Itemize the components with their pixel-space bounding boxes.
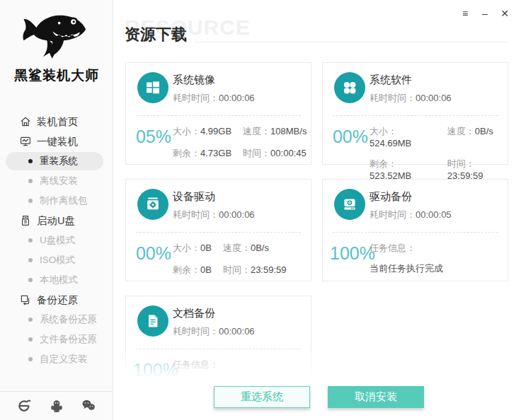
usb-icon — [20, 215, 31, 226]
app-window: 黑鲨装机大师 装机首页 一键装机 — [0, 0, 521, 420]
sidebar-item-boot-usb[interactable]: 启动U盘 — [0, 211, 113, 231]
task-info: 任务信息： 当前任务执行完成 — [370, 242, 443, 275]
card-device-driver: 设备驱动 耗时时间：00:00:06 00% 大小：0B 速度：0B/s 剩余：… — [125, 179, 311, 281]
sidebar-item-label: 系统备份还原 — [40, 313, 97, 326]
progress-percent: 00% — [330, 127, 371, 147]
cancel-install-button[interactable]: 取消安装 — [328, 386, 424, 408]
reselect-system-button[interactable]: 重选系统 — [214, 386, 310, 408]
driver-icon — [137, 189, 168, 220]
minimize-icon[interactable]: – — [479, 7, 491, 20]
bullet-icon — [28, 179, 33, 183]
menu-icon[interactable]: ≡ — [459, 7, 471, 20]
app-logo: 黑鲨装机大师 — [0, 6, 113, 85]
sidebar-item-label: 文件备份还原 — [40, 333, 97, 346]
bullet-icon — [28, 199, 33, 203]
qq-icon[interactable] — [50, 399, 64, 413]
dashed-divider — [333, 115, 498, 116]
dashed-divider — [136, 232, 301, 233]
sidebar-item-home[interactable]: 装机首页 — [0, 112, 113, 132]
card-title: 设备驱动 — [173, 190, 215, 204]
download-cards: 系统镜像 耗时时间：00:00:06 05% 大小：4.99GB 速度：108M… — [125, 62, 508, 398]
progress-percent: 00% — [133, 243, 174, 264]
sidebar-item-label: U盘模式 — [40, 234, 75, 247]
sidebar-item-one-key[interactable]: 一键装机 — [0, 132, 113, 151]
progress-percent: 100% — [133, 360, 174, 380]
download-stats: 大小：4.99GB 速度：108MB/s 剩余：4.73GB 时间：00:00:… — [173, 125, 307, 160]
bullet-icon — [28, 258, 33, 262]
dashed-divider — [136, 115, 301, 116]
ie-icon[interactable] — [17, 399, 31, 413]
progress-percent: 100% — [330, 243, 371, 264]
dashed-divider — [136, 349, 301, 349]
close-icon[interactable]: ✕ — [498, 7, 511, 20]
elapsed-time: 耗时时间：00:00:06 — [173, 325, 255, 338]
dashed-divider — [333, 232, 498, 233]
bullet-icon — [28, 238, 33, 243]
shark-logo-icon — [0, 6, 113, 65]
sidebar-item-iso-mode[interactable]: ISO模式 — [0, 250, 113, 270]
card-title: 驱动备份 — [370, 190, 412, 204]
sidebar-item-label: 一键装机 — [37, 135, 78, 148]
bullet-icon — [28, 159, 33, 163]
document-icon — [137, 305, 168, 337]
sidebar-item-label: 启动U盘 — [37, 214, 75, 228]
card-title: 系统软件 — [370, 74, 412, 87]
sidebar-item-label: ISO模式 — [40, 254, 75, 267]
sidebar: 黑鲨装机大师 装机首页 一键装机 — [0, 0, 113, 420]
sidebar-item-label: 备份还原 — [37, 293, 78, 307]
sidebar-item-backup-restore[interactable]: 备份还原 — [0, 290, 113, 310]
drive-backup-icon — [334, 189, 365, 220]
monitor-icon — [20, 136, 31, 147]
card-system-software: 系统软件 耗时时间：00:00:06 00% 大小：524.69MB 速度：0B… — [322, 62, 508, 165]
sidebar-menu: 装机首页 一键装机 重装系统 离线安装 制作离 — [0, 112, 113, 369]
download-stats: 大小：524.69MB 速度：0B/s 剩余：523.52MB 时间：23:59… — [370, 125, 508, 181]
sidebar-footer — [0, 391, 113, 420]
sidebar-item-offline-install[interactable]: 离线安装 — [0, 171, 113, 191]
sidebar-item-local-mode[interactable]: 本地模式 — [0, 270, 113, 290]
apps-icon — [334, 72, 365, 103]
sidebar-item-reinstall-system[interactable]: 重装系统 — [0, 151, 113, 171]
card-title: 文档备份 — [173, 307, 215, 320]
elapsed-time: 耗时时间：00:00:05 — [370, 209, 452, 221]
sidebar-item-label: 自定义安装 — [40, 353, 88, 366]
sidebar-item-label: 制作离线包 — [40, 194, 88, 207]
card-driver-backup: 驱动备份 耗时时间：00:00:05 100% 任务信息： 当前任务执行完成 — [322, 179, 508, 281]
sidebar-item-label: 本地模式 — [40, 274, 78, 286]
bullet-icon — [28, 317, 33, 322]
page-title: 资源下载 — [125, 24, 187, 45]
bullet-icon — [28, 357, 33, 361]
windows-icon — [137, 72, 168, 103]
sidebar-item-system-backup[interactable]: 系统备份还原 — [0, 310, 113, 329]
bullet-icon — [28, 337, 33, 342]
download-stats: 大小：0B 速度：0B/s 剩余：0B 时间：23:59:59 — [173, 242, 287, 276]
progress-percent: 05% — [133, 127, 174, 147]
elapsed-time: 耗时时间：00:00:06 — [370, 92, 452, 105]
elapsed-time: 耗时时间：00:00:06 — [173, 209, 255, 221]
wechat-icon[interactable] — [81, 399, 96, 413]
main-panel: ≡ – ✕ RESOURCE 资源下载 系统镜像 耗时时间：00:00:06 — [113, 0, 521, 420]
sidebar-item-label: 重装系统 — [40, 155, 78, 168]
sidebar-item-label: 离线安装 — [40, 175, 78, 187]
elapsed-time: 耗时时间：00:00:06 — [173, 92, 255, 105]
card-system-image: 系统镜像 耗时时间：00:00:06 05% 大小：4.99GB 速度：108M… — [125, 62, 311, 165]
card-title: 系统镜像 — [173, 74, 215, 87]
backup-icon — [20, 294, 31, 305]
home-icon — [20, 116, 31, 127]
sidebar-item-offline-package[interactable]: 制作离线包 — [0, 191, 113, 211]
bullet-icon — [28, 278, 33, 282]
page-header: RESOURCE 资源下载 — [125, 18, 508, 47]
action-bar: 重选系统 取消安装 — [113, 382, 521, 420]
sidebar-item-file-backup[interactable]: 文件备份还原 — [0, 329, 113, 349]
window-controls: ≡ – ✕ — [459, 7, 511, 20]
app-title: 黑鲨装机大师 — [0, 66, 113, 85]
header-divider — [194, 42, 508, 42]
sidebar-item-label: 装机首页 — [37, 115, 78, 129]
sidebar-item-usb-mode[interactable]: U盘模式 — [0, 231, 113, 250]
sidebar-item-custom-install[interactable]: 自定义安装 — [0, 349, 113, 369]
